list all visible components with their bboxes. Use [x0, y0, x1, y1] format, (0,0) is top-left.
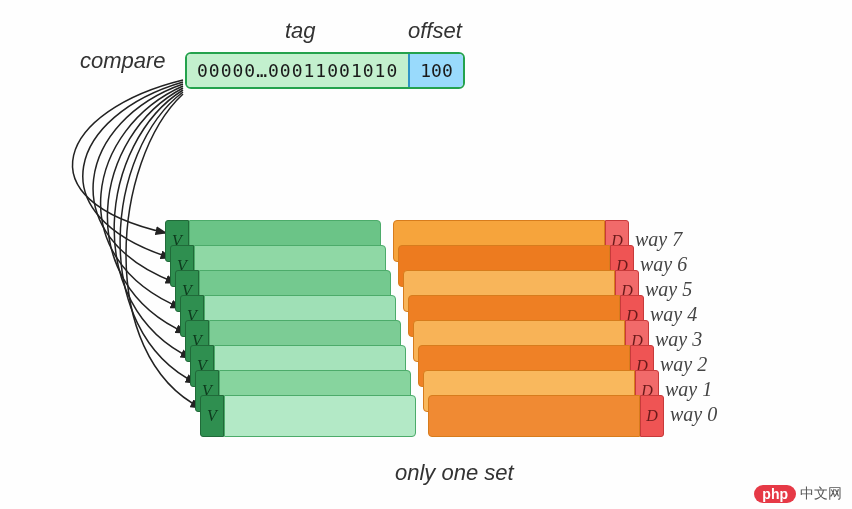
- tag-field: [224, 395, 416, 437]
- address-offset-bits: 100: [408, 54, 463, 87]
- way-label: way 2: [660, 353, 707, 376]
- watermark: php 中文网: [754, 485, 842, 503]
- compare-label: compare: [80, 48, 166, 74]
- way-label: way 4: [650, 303, 697, 326]
- offset-label: offset: [408, 18, 462, 44]
- way-label: way 1: [665, 378, 712, 401]
- cache-ways: VDway 7VDway 6VDway 5VDway 4VDway 3VDway…: [170, 220, 790, 450]
- cache-way: VD: [200, 395, 664, 437]
- address-tag-bits: 00000…00011001010: [187, 54, 408, 87]
- way-label: way 7: [635, 228, 682, 251]
- caption-only-one-set: only one set: [395, 460, 514, 486]
- data-field: [428, 395, 640, 437]
- way-label: way 3: [655, 328, 702, 351]
- way-label: way 6: [640, 253, 687, 276]
- address-box: 00000…00011001010 100: [185, 52, 465, 89]
- valid-bit: V: [200, 395, 224, 437]
- way-label: way 5: [645, 278, 692, 301]
- tag-label: tag: [285, 18, 316, 44]
- way-label: way 0: [670, 403, 717, 426]
- watermark-text: 中文网: [800, 485, 842, 503]
- watermark-badge: php: [754, 485, 796, 503]
- dirty-bit: D: [640, 395, 664, 437]
